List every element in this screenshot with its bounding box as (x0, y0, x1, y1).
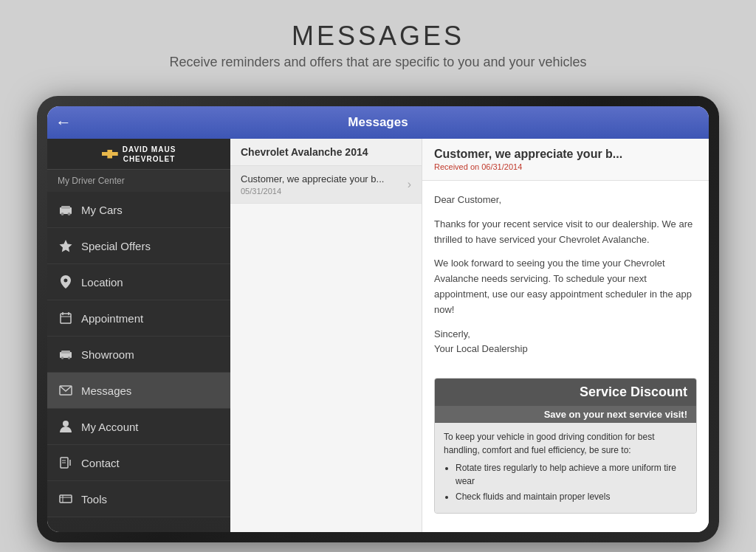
detail-panel: Customer, we appreciate your b... Receiv… (422, 139, 709, 532)
sidebar-label-my-account: My Account (81, 421, 139, 433)
sidebar: DAVID MAUS CHEVROLET My Driver Center (47, 139, 230, 532)
sidebar-item-appointment[interactable]: Appointment (47, 300, 230, 337)
special-offers-icon (58, 238, 74, 254)
message-list-title: Customer, we appreciate your b... (241, 173, 388, 184)
detail-paragraph2: We look forward to seeing you the time y… (434, 256, 697, 317)
sidebar-label-special-offers: Special Offers (81, 240, 151, 252)
dealer-name-line2: CHEVROLET (123, 154, 176, 164)
detail-greeting: Dear Customer, (434, 193, 697, 208)
detail-sign-name: Your Local Dealership (434, 343, 528, 354)
svg-point-12 (68, 356, 71, 359)
tools-icon (58, 491, 74, 507)
svg-point-3 (68, 213, 71, 215)
detail-paragraph1: Thanks for your recent service visit to … (434, 217, 697, 248)
service-discount-card: Service Discount Save on your next servi… (434, 378, 697, 514)
discount-bullet-1: Rotate tires regularly to help achieve a… (456, 461, 687, 488)
svg-rect-1 (61, 206, 70, 209)
sidebar-logo: DAVID MAUS CHEVROLET (47, 139, 230, 170)
vehicle-header: Chevrolet Avalanche 2014 (230, 139, 422, 166)
detail-body: Dear Customer, Thanks for your recent se… (422, 181, 709, 378)
detail-sign-off: Sincerly, (434, 328, 470, 339)
page-subtitle: Receive reminders and offers that are sp… (15, 55, 741, 70)
sidebar-label-tools: Tools (81, 493, 107, 506)
sidebar-item-location[interactable]: Location (47, 264, 230, 300)
message-list-arrow-icon: › (408, 178, 411, 191)
showroom-icon (58, 346, 74, 362)
message-list-content: Customer, we appreciate your b... 05/31/… (241, 173, 403, 196)
sidebar-label-messages: Messages (81, 384, 131, 397)
message-list-date: 05/31/2014 (241, 187, 403, 196)
page-header: MESSAGES Receive reminders and offers th… (0, 0, 756, 79)
svg-rect-5 (61, 314, 71, 323)
detail-received: Received on 06/31/2014 (434, 162, 697, 171)
message-list-item[interactable]: Customer, we appreciate your b... 05/31/… (230, 166, 422, 204)
detail-signoff: Sincerly, Your Local Dealership (434, 327, 697, 358)
svg-rect-10 (61, 351, 70, 353)
sidebar-item-messages[interactable]: Messages (47, 373, 230, 409)
my-account-icon (58, 418, 74, 435)
svg-point-2 (61, 213, 64, 215)
detail-header: Customer, we appreciate your b... Receiv… (422, 139, 709, 181)
driver-center-label: My Driver Center (47, 170, 230, 192)
dealer-name-line1: DAVID MAUS (123, 145, 176, 154)
discount-body-text: To keep your vehicle in good driving con… (444, 432, 655, 455)
discount-bullet-2: Check fluids and maintain proper levels (456, 490, 687, 503)
location-icon (58, 274, 74, 290)
discount-title: Service Discount (435, 379, 696, 406)
sidebar-item-my-account[interactable]: My Account (47, 409, 230, 445)
back-button[interactable]: ← (47, 106, 80, 139)
topbar-title: Messages (47, 115, 709, 130)
app-content: DAVID MAUS CHEVROLET My Driver Center (47, 139, 709, 532)
detail-title: Customer, we appreciate your b... (434, 148, 697, 161)
messages-list-panel: Chevrolet Avalanche 2014 Customer, we ap… (230, 139, 422, 532)
tablet-device: ← Messages DAVID MAUS CHEVROLET My Drive… (37, 96, 719, 542)
discount-bullets: Rotate tires regularly to help achieve a… (456, 461, 687, 503)
svg-rect-19 (60, 495, 72, 503)
tablet-screen: ← Messages DAVID MAUS CHEVROLET My Drive… (47, 106, 709, 532)
sidebar-label-contact: Contact (81, 457, 120, 469)
sidebar-label-showroom: Showroom (81, 348, 134, 361)
my-cars-icon (58, 201, 74, 218)
svg-marker-4 (60, 240, 72, 252)
chevrolet-bowtie-icon (102, 150, 118, 159)
discount-body: To keep your vehicle in good driving con… (435, 423, 696, 513)
svg-point-11 (61, 356, 64, 359)
sidebar-item-tools[interactable]: Tools (47, 481, 230, 517)
sidebar-item-special-offers[interactable]: Special Offers (47, 228, 230, 264)
messages-icon (58, 382, 74, 399)
contact-icon (58, 455, 74, 471)
top-bar: ← Messages (47, 106, 709, 139)
sidebar-item-showroom[interactable]: Showroom (47, 337, 230, 373)
sidebar-label-my-cars: My Cars (81, 204, 123, 216)
discount-subtitle: Save on your next service visit! (435, 406, 696, 423)
sidebar-label-location: Location (81, 276, 123, 289)
sidebar-item-contact[interactable]: Contact (47, 445, 230, 481)
page-title: MESSAGES (15, 21, 741, 52)
appointment-icon (58, 310, 74, 326)
sidebar-item-my-cars[interactable]: My Cars (47, 192, 230, 228)
svg-point-14 (63, 421, 69, 427)
sidebar-label-appointment: Appointment (81, 312, 143, 325)
